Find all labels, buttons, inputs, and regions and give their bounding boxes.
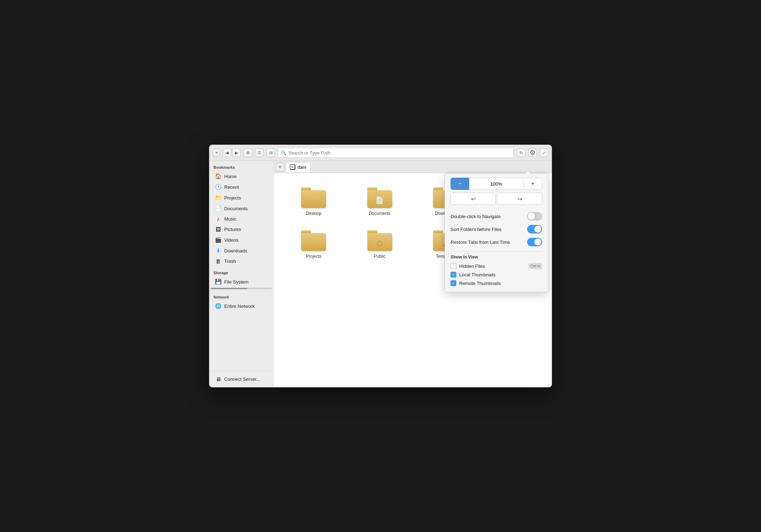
folder-desktop-label: Desktop [306,211,321,216]
sidebar-item-downloads[interactable]: ⬇ Downloads [211,246,272,256]
popup-arrow [525,171,531,173]
double-click-option-row: Double-click to Navigate [451,210,542,223]
remote-thumbnails-label: Remote Thumbnails [459,281,501,286]
sidebar-bottom: 🖥 Connect Server... [209,371,273,387]
restore-tabs-toggle[interactable] [527,238,542,246]
popup-panel: − 100% + ↩ ↪ Double-click to Navigate [445,173,548,292]
hidden-files-row: Hidden Files Ctrl H [451,262,542,270]
folder-projects[interactable]: Projects [284,227,343,262]
search-input[interactable] [278,148,514,158]
downloads-icon: ⬇ [215,247,221,254]
local-thumbnails-checkbox[interactable]: ✓ [451,272,456,277]
sort-folders-toggle[interactable] [527,225,542,233]
add-tab-button[interactable]: + [276,163,284,171]
sidebar-item-label: Projects [224,195,241,201]
recent-icon: 🕐 [215,184,221,190]
sidebar-item-recent[interactable]: 🕐 Recent [211,182,272,192]
restore-tabs-toggle-knob [534,238,541,246]
refresh-button[interactable]: ↻ [517,148,525,157]
restore-tabs-option-row: Restore Tabs from Last Time [451,236,542,248]
network-section-label: Network [209,291,273,301]
file-manager-window: ✕ ◀ ▶ ⊞ ☰ ⊟ 🔍 ↻ ⚙ ⤢ Bookmarks 🏠 Home 🕐 R… [209,144,552,388]
remote-thumbnails-row: ✓ Remote Thumbnails [451,279,542,287]
sidebar-item-label: Videos [224,237,239,243]
icon-panel-button[interactable]: ⊟ [266,148,275,157]
sort-folders-label: Sort Folders before Files [451,227,501,232]
close-button[interactable]: ✕ [213,149,220,156]
folder-public[interactable]: ⬡ Public [350,227,409,262]
folder-desktop-icon [301,187,326,208]
icon-list-button[interactable]: ☰ [255,148,264,157]
folder-projects-icon [301,230,326,251]
sidebar-item-label: Entire Network [224,304,255,309]
sidebar-item-label: Music [224,216,236,222]
folder-public-icon: ⬡ [367,230,392,251]
sidebar-item-label: Recent [224,184,239,190]
sidebar-item-label: Pictures [224,227,241,232]
sidebar-item-pictures[interactable]: 🖼 Pictures [211,225,272,234]
local-thumbnails-label: Local Thumbnails [459,272,496,277]
restore-tabs-label: Restore Tabs from Last Time [451,240,510,245]
tab-label: dani [298,164,306,170]
zoom-row: − 100% + [451,178,542,190]
sidebar-item-trash[interactable]: 🗑 Trash [211,256,272,266]
popup-back-button[interactable]: ↩ [451,193,496,205]
music-icon: ♪ [215,216,221,222]
sidebar-item-documents[interactable]: 📄 Documents [211,203,272,213]
folder-projects-label: Projects [306,254,321,259]
tab-close-button[interactable]: ✕ [290,164,295,170]
sidebar-item-home[interactable]: 🏠 Home [211,171,272,181]
icon-grid-button[interactable]: ⊞ [244,148,252,157]
sort-folders-toggle-knob [534,226,541,233]
popup-forward-button[interactable]: ↪ [497,193,542,205]
sidebar-item-music[interactable]: ♪ Music [211,214,272,224]
back-button[interactable]: ◀ [223,148,231,157]
pictures-icon: 🖼 [215,226,221,232]
tabs-bar: + ✕ dani [274,161,552,173]
sidebar-connect-label: Connect Server... [224,376,260,382]
tab-dani[interactable]: ✕ dani [286,162,310,172]
sidebar-item-label: Trash [224,258,236,264]
sidebar: Bookmarks 🏠 Home 🕐 Recent 📁 Projects 📄 D… [209,161,274,387]
content-area: + ✕ dani Desktop [274,161,552,387]
remote-thumbnails-checkbox[interactable]: ✓ [451,280,456,286]
forward-button[interactable]: ▶ [232,148,241,157]
popup-nav-row: ↩ ↪ [451,193,542,205]
projects-icon: 📁 [215,194,221,201]
folder-public-label: Public [374,254,386,259]
videos-icon: 🎬 [215,237,221,243]
double-click-toggle-knob [528,213,535,220]
double-click-toggle[interactable] [527,212,542,221]
folder-documents[interactable]: 📄 Documents [350,184,409,220]
gear-button[interactable]: ⚙ [528,148,537,157]
sort-folders-option-row: Sort Folders before Files [451,223,542,236]
main-area: Bookmarks 🏠 Home 🕐 Recent 📁 Projects 📄 D… [209,161,552,387]
zoom-increase-button[interactable]: + [524,178,542,190]
zoom-value-display: 100% [469,178,524,190]
server-icon: 🖥 [215,376,221,382]
hidden-files-checkbox[interactable] [451,263,456,269]
folder-desktop[interactable]: Desktop [284,184,343,220]
sidebar-item-label: Downloads [224,248,247,253]
storage-section-label: Storage [209,266,273,276]
folder-documents-label: Documents [369,211,391,216]
zoom-decrease-button[interactable]: − [451,178,469,190]
sidebar-item-projects[interactable]: 📁 Projects [211,193,272,203]
connect-server-button[interactable]: 🖥 Connect Server... [211,374,272,384]
sidebar-item-label: Home [224,174,237,179]
sidebar-item-entire-network[interactable]: 🌐 Entire Network [211,301,272,311]
expand-button[interactable]: ⤢ [540,148,548,157]
show-in-view-label: Show in View [451,255,542,260]
trash-icon: 🗑 [215,258,221,264]
filesystem-icon: 💾 [215,279,221,285]
sidebar-item-label: Documents [224,206,248,211]
sidebar-item-videos[interactable]: 🎬 Videos [211,235,272,245]
sidebar-item-filesystem[interactable]: 💾 File System [211,277,272,287]
home-icon: 🏠 [215,173,221,179]
double-click-label: Double-click to Navigate [451,214,501,219]
bookmarks-section-label: Bookmarks [209,161,273,171]
hidden-files-shortcut: Ctrl H [529,263,542,269]
local-thumbnails-row: ✓ Local Thumbnails [451,270,542,279]
sidebar-item-label: File System [224,279,249,285]
documents-icon: 📄 [215,205,221,212]
